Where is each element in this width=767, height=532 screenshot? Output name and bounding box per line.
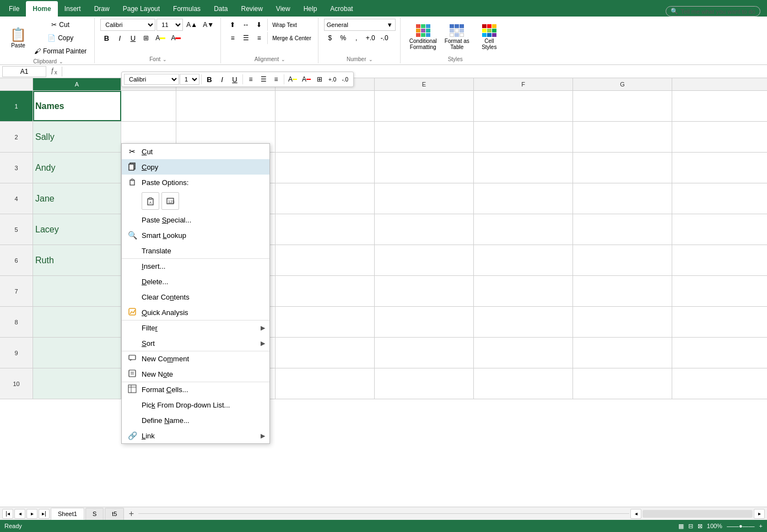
list-item[interactable]: Jane — [33, 183, 121, 214]
list-item[interactable] — [573, 276, 672, 306]
merge-center-button[interactable]: Merge & Center — [270, 32, 314, 44]
ctx-sort[interactable]: Sort ▶ — [122, 335, 269, 351]
list-item[interactable] — [33, 368, 121, 399]
ctx-quick-analysis[interactable]: Quick Analysis — [122, 305, 269, 320]
list-item[interactable] — [375, 122, 474, 152]
mini-underline-button[interactable]: U — [229, 73, 241, 85]
list-item[interactable] — [474, 91, 573, 121]
font-size-select[interactable]: 11 — [156, 19, 183, 31]
list-item[interactable] — [375, 368, 474, 399]
ctx-link[interactable]: 🔗 Link ▶ — [122, 428, 269, 443]
align-middle-button[interactable]: ↔ — [240, 19, 252, 31]
mini-border-button[interactable]: ⊞ — [314, 73, 326, 85]
list-item[interactable] — [276, 307, 375, 337]
list-item[interactable] — [276, 214, 375, 245]
align-top-button[interactable]: ⬆ — [226, 19, 239, 31]
percent-button[interactable]: % — [337, 32, 349, 44]
list-item[interactable] — [474, 183, 573, 214]
border-button[interactable]: ⊞ — [140, 32, 152, 44]
col-header-F[interactable]: F — [474, 78, 573, 90]
mini-font-color-button[interactable]: A — [300, 73, 313, 85]
list-item[interactable] — [176, 91, 276, 121]
list-item[interactable] — [573, 183, 672, 214]
row-header-10[interactable]: 10 — [0, 368, 33, 399]
cell-styles-button[interactable]: Cell Styles — [474, 21, 505, 52]
mini-italic-button[interactable]: I — [216, 73, 228, 85]
font-name-select[interactable]: Calibri — [100, 19, 155, 31]
paste-button[interactable]: 📋 Paste — [7, 23, 30, 53]
list-item[interactable] — [33, 338, 121, 368]
number-format-select[interactable]: General ▼ — [324, 19, 396, 31]
list-item[interactable] — [474, 276, 573, 306]
list-item[interactable] — [573, 338, 672, 368]
font-grow-button[interactable]: A▲ — [184, 19, 199, 31]
cell-reference-box[interactable] — [2, 66, 46, 77]
number-expand-icon[interactable]: ⌄ — [369, 57, 373, 62]
ctx-new-comment[interactable]: New Comment — [122, 351, 269, 366]
wrap-text-button[interactable]: Wrap Text — [270, 19, 299, 31]
list-item[interactable] — [121, 91, 176, 121]
tab-acrobat[interactable]: Acrobat — [323, 1, 359, 17]
list-item[interactable] — [375, 245, 474, 275]
font-color-button[interactable]: A — [169, 32, 183, 44]
row-header-6[interactable]: 6 — [0, 245, 33, 275]
ctx-insert[interactable]: Insert... — [122, 258, 269, 274]
list-item[interactable] — [375, 91, 474, 121]
increase-decimal-button[interactable]: +.0 — [364, 32, 377, 44]
row-header-5[interactable]: 5 — [0, 214, 33, 245]
align-left-button[interactable]: ≡ — [226, 32, 239, 44]
list-item[interactable] — [276, 368, 375, 399]
corner-cell[interactable] — [0, 78, 33, 90]
align-bottom-button[interactable]: ⬇ — [253, 19, 265, 31]
align-right-button[interactable]: ≡ — [253, 32, 265, 44]
list-item[interactable] — [276, 245, 375, 275]
list-item[interactable] — [33, 307, 121, 337]
list-item[interactable] — [375, 307, 474, 337]
mini-decrease-decimal-button[interactable]: -.0 — [339, 73, 351, 85]
paste-option-clipboard[interactable]: A — [142, 192, 159, 210]
ctx-define-name[interactable]: Define Name... — [122, 412, 269, 428]
tab-insert[interactable]: Insert — [58, 1, 88, 17]
font-shrink-button[interactable]: A▼ — [201, 19, 216, 31]
ctx-paste-special[interactable]: Paste Special... — [122, 212, 269, 227]
list-item[interactable] — [573, 214, 672, 245]
ctx-pick-dropdown[interactable]: Pick From Drop-down List... — [122, 397, 269, 412]
list-item[interactable] — [573, 245, 672, 275]
list-item[interactable] — [375, 153, 474, 183]
bold-button[interactable]: B — [100, 32, 112, 44]
row-header-3[interactable]: 3 — [0, 153, 33, 183]
col-header-E[interactable]: E — [375, 78, 474, 90]
tell-me-input[interactable]: 🔍 Tell me what you want to do — [666, 6, 760, 17]
list-item[interactable]: Sally — [33, 122, 121, 152]
row-header-7[interactable]: 7 — [0, 276, 33, 306]
list-item[interactable] — [276, 91, 375, 121]
list-item[interactable] — [276, 276, 375, 306]
ctx-filter[interactable]: Filter ▶ — [122, 320, 269, 335]
ctx-translate[interactable]: Translate — [122, 243, 269, 258]
row-header-4[interactable]: 4 — [0, 183, 33, 214]
alignment-expand-icon[interactable]: ⌄ — [281, 57, 285, 62]
format-as-table-button[interactable]: Format as Table — [441, 21, 473, 52]
ctx-new-note[interactable]: New Note — [122, 366, 269, 382]
underline-button[interactable]: U — [127, 32, 139, 44]
list-item[interactable] — [375, 183, 474, 214]
list-item[interactable]: Ruth — [33, 245, 121, 275]
ctx-copy[interactable]: Copy — [122, 159, 269, 175]
list-item[interactable] — [474, 214, 573, 245]
currency-button[interactable]: $ — [324, 32, 336, 44]
list-item[interactable] — [474, 245, 573, 275]
mini-highlight-button[interactable]: A — [286, 73, 299, 85]
row-header-1[interactable]: 1 — [0, 91, 33, 121]
format-painter-button[interactable]: 🖌 Format Painter — [31, 45, 90, 57]
tab-help[interactable]: Help — [297, 1, 324, 17]
list-item[interactable] — [474, 153, 573, 183]
ctx-smart-lookup[interactable]: 🔍 Smart Lookup — [122, 227, 269, 243]
col-header-A[interactable]: A — [33, 78, 121, 90]
list-item[interactable] — [474, 122, 573, 152]
fill-color-button[interactable]: A — [153, 32, 168, 44]
mini-font-select[interactable]: Calibri — [124, 74, 179, 85]
conditional-formatting-button[interactable]: Conditional Formatting — [406, 21, 440, 52]
comma-button[interactable]: , — [350, 32, 363, 44]
mini-align-left-button[interactable]: ≡ — [245, 73, 257, 85]
paste-option-values[interactable]: 123 — [161, 192, 179, 210]
